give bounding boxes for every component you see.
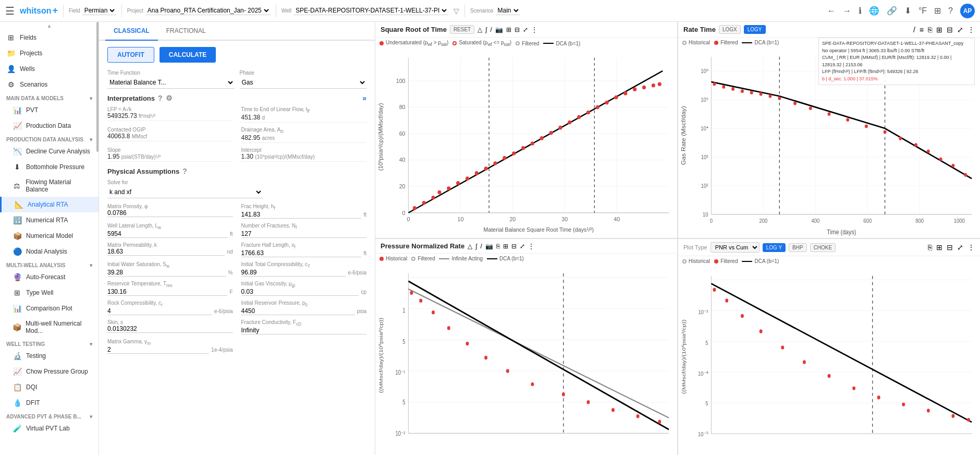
sidebar-item-scenarios[interactable]: ⚙ Scenarios <box>0 77 99 92</box>
nav-forward-icon[interactable]: → <box>843 6 851 16</box>
grid-icon-cum[interactable]: ⊟ <box>947 243 953 252</box>
sidebar-item-dqi[interactable]: 📋 DQI <box>0 379 99 395</box>
time-function-select[interactable]: Material Balance T... <box>107 77 235 89</box>
more-icon-cum[interactable]: ⋮ <box>967 243 975 252</box>
more-icon-pnr[interactable]: ⋮ <box>528 243 534 250</box>
scroll-up-indicator[interactable]: ▲ <box>0 22 99 30</box>
param-matrix-gamma-input[interactable] <box>107 346 209 354</box>
interpretations-help-icon[interactable]: ? <box>158 94 163 102</box>
integral-icon[interactable]: ∫ <box>485 26 487 33</box>
filter-icon[interactable]: ▽ <box>454 7 459 15</box>
reset-button[interactable]: RESET <box>450 25 474 34</box>
expand2-icon-rate[interactable]: ⤢ <box>957 26 963 34</box>
section-multi-well[interactable]: Multi-Well Analysis ▾ <box>0 259 99 269</box>
scenarios-select[interactable]: Main <box>496 6 520 15</box>
bhp-button-cum[interactable]: BHP <box>789 243 807 252</box>
plot-type-select[interactable]: PNR vs Cum <box>710 242 760 253</box>
sidebar-item-comparison[interactable]: 📊 Comparison Plot <box>0 301 99 316</box>
project-select[interactable]: Ana Proano_RTA Certification_Jan- 2025 <box>145 6 271 15</box>
globe-icon[interactable]: 🌐 <box>869 6 879 16</box>
copy-icon-pnr[interactable]: ⎘ <box>496 243 500 250</box>
edit-icon-rate[interactable]: / <box>913 26 915 34</box>
param-total-comp-input[interactable] <box>241 269 346 277</box>
param-matrix-perm-input[interactable] <box>107 248 225 256</box>
app-settings-icon[interactable]: ⊞ <box>934 6 941 16</box>
grid-icon-pnr[interactable]: ⊟ <box>511 243 517 250</box>
triangle-icon[interactable]: △ <box>477 26 482 33</box>
sidebar-item-projects[interactable]: 📁 Projects <box>0 45 99 61</box>
physical-help-icon[interactable]: ? <box>182 167 187 175</box>
sidebar-item-analytical-rta[interactable]: 📐 Analytical RTA <box>0 197 99 212</box>
expand-icon-sqr[interactable]: ⤢ <box>523 26 528 33</box>
table2-icon-rate[interactable]: ⊞ <box>936 26 942 34</box>
autofit-button[interactable]: AUTOFIT <box>107 47 154 63</box>
tab-fractional[interactable]: FRACTIONAL <box>158 22 214 41</box>
param-rock-comp-input[interactable] <box>107 307 212 315</box>
legend-icon-rate[interactable]: ≡ <box>920 26 924 34</box>
integral-icon-pnr[interactable]: ∫ <box>475 243 477 250</box>
slash-icon-pnr[interactable]: / <box>480 243 482 250</box>
field-select[interactable]: Permian <box>82 6 116 15</box>
section-well-testing[interactable]: Well Testing ▾ <box>0 338 99 348</box>
help-icon[interactable]: ? <box>948 6 953 16</box>
sidebar-item-chow[interactable]: 📈 Chow Pressure Group <box>0 364 99 379</box>
param-num-fractures-input[interactable] <box>241 230 367 238</box>
sidebar-item-wells[interactable]: 👤 Wells <box>0 61 99 77</box>
slash-icon[interactable]: / <box>491 26 492 33</box>
tab-classical[interactable]: CLASSICAL <box>105 22 158 41</box>
section-production-analysis[interactable]: Production Data Analysis ▾ <box>0 134 99 143</box>
logx-button[interactable]: LOGX <box>719 25 741 34</box>
sidebar-item-fields[interactable]: ⊞ Fields <box>0 30 99 45</box>
temp-unit-icon[interactable]: °F <box>918 6 927 16</box>
param-water-sat-input[interactable] <box>107 269 226 277</box>
copy-icon-cum[interactable]: ⎘ <box>928 243 932 252</box>
sidebar-item-fmb[interactable]: ⚖ Flowing Material Balance <box>0 175 99 197</box>
expand-icon-pnr[interactable]: ⤢ <box>520 243 525 250</box>
choke-button-cum[interactable]: CHOKE <box>810 243 836 252</box>
triangle-icon-pnr[interactable]: △ <box>468 243 472 250</box>
param-frac-half-input[interactable] <box>241 249 362 257</box>
section-advanced-pvt[interactable]: Advanced PVT & Phase B... ▾ <box>0 411 99 421</box>
calculate-button[interactable]: CALCULATE <box>160 47 216 63</box>
sidebar-item-bottomhole[interactable]: ⬇ Bottomhole Pressure <box>0 159 99 175</box>
grid2-icon-rate[interactable]: ⊟ <box>947 26 953 34</box>
sidebar-item-numerical-model[interactable]: 📦 Numerical Model <box>0 228 99 244</box>
sidebar-item-dfit[interactable]: 💧 DFIT <box>0 395 99 411</box>
expand-icon-cum[interactable]: ⤢ <box>957 243 963 252</box>
more-icon-sqr[interactable]: ⋮ <box>531 26 537 33</box>
log-y-button-cum[interactable]: LOG Y <box>763 243 786 252</box>
interpretations-expand-icon[interactable]: » <box>362 94 366 102</box>
sidebar-item-testing[interactable]: 🔬 Testing <box>0 348 99 364</box>
sidebar-item-production-data[interactable]: 📈 Production Data <box>0 118 99 134</box>
table-icon-pnr[interactable]: ⊞ <box>503 243 508 250</box>
download-icon[interactable]: ⬇ <box>904 6 911 16</box>
sidebar-item-multi-numerical[interactable]: 📦 Multi-well Numerical Mod... <box>0 316 99 338</box>
logy-button[interactable]: LOGY <box>744 25 766 34</box>
more2-icon-rate[interactable]: ⋮ <box>967 26 975 34</box>
phase-select[interactable]: Gas <box>240 77 367 89</box>
sidebar-item-virtual-pvt[interactable]: 🧪 Virtual PVT Lab <box>0 421 99 436</box>
camera-icon[interactable]: 📷 <box>495 26 503 33</box>
nav-back-icon[interactable]: ← <box>827 6 836 16</box>
param-porosity-input[interactable] <box>107 209 233 217</box>
info-icon[interactable]: ℹ <box>859 6 862 16</box>
solve-for-select[interactable]: k and xf <box>107 186 263 198</box>
param-lateral-length-input[interactable] <box>107 230 228 238</box>
sidebar-item-pvt[interactable]: 📊 PVT <box>0 102 99 118</box>
table-icon[interactable]: ⊞ <box>506 26 511 33</box>
copy-icon-rate[interactable]: ⎘ <box>928 26 932 34</box>
table-icon-cum[interactable]: ⊞ <box>936 243 942 252</box>
grid-icon[interactable]: ⊟ <box>514 26 520 33</box>
section-main-data[interactable]: Main Data & Models ▾ <box>0 92 99 102</box>
param-gas-visc-input[interactable] <box>241 288 359 296</box>
well-select[interactable]: SPE-DATA-REPOSITORY-DATASET-1-WELL-37-PI <box>293 6 448 15</box>
param-frac-cond-input[interactable] <box>241 327 367 334</box>
param-frac-height-input[interactable] <box>241 211 362 219</box>
interpretations-settings-icon[interactable]: ⚙ <box>166 94 173 102</box>
sidebar-item-nodal[interactable]: 🔵 Nodal Analysis <box>0 244 99 259</box>
sidebar-item-numerical-rta[interactable]: 🔢 Numerical RTA <box>0 212 99 228</box>
camera-icon-pnr[interactable]: 📷 <box>485 243 493 250</box>
hamburger-icon[interactable]: ☰ <box>5 5 15 17</box>
param-skin-input[interactable] <box>107 325 233 333</box>
avatar[interactable]: AP <box>960 4 975 18</box>
